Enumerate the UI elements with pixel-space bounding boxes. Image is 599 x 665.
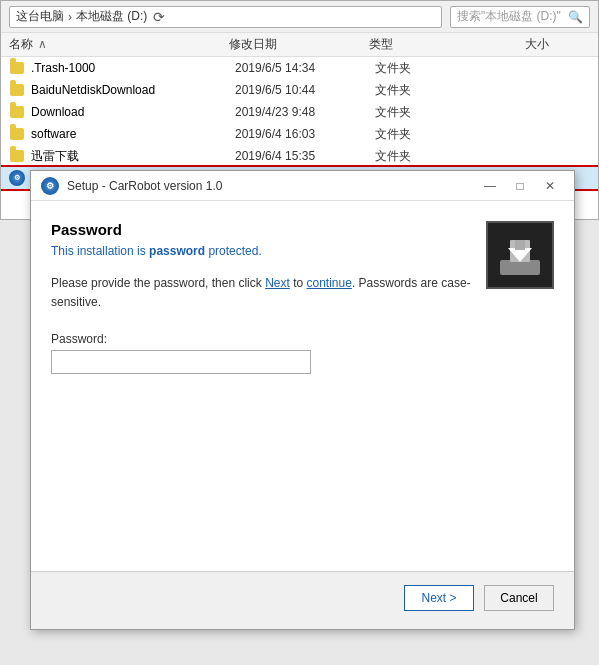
explorer-titlebar: 这台电脑 › 本地磁盘 (D:) ⟳ 搜索"本地磁盘 (D:)" 🔍: [1, 1, 598, 33]
file-name: software: [31, 127, 235, 141]
maximize-button[interactable]: □: [506, 175, 534, 197]
refresh-icon[interactable]: ⟳: [153, 9, 165, 25]
setup-body: Password This installation is password p…: [31, 201, 574, 571]
cancel-button[interactable]: Cancel: [484, 585, 554, 611]
col-name-header[interactable]: 名称 ∧: [9, 36, 229, 53]
setup-title-text: Setup - CarRobot version 1.0: [67, 179, 476, 193]
col-size-header[interactable]: 大小: [469, 36, 549, 53]
folder-icon: [9, 104, 25, 120]
search-placeholder: 搜索"本地磁盘 (D:)": [457, 8, 561, 25]
folder-icon: [9, 60, 25, 76]
setup-footer: Next > Cancel: [31, 571, 574, 623]
file-type: 文件夹: [375, 104, 475, 121]
table-row[interactable]: software 2019/6/4 16:03 文件夹: [1, 123, 598, 145]
svg-rect-0: [500, 260, 540, 275]
breadcrumb-drive: 本地磁盘 (D:): [76, 8, 147, 25]
password-label: Password:: [51, 332, 474, 346]
file-name: BaiduNetdiskDownload: [31, 83, 235, 97]
col-date-header[interactable]: 修改日期: [229, 36, 369, 53]
file-date: 2019/6/4 15:35: [235, 149, 375, 163]
setup-title-icon: ⚙: [41, 177, 59, 195]
table-row[interactable]: Download 2019/4/23 9:48 文件夹: [1, 101, 598, 123]
file-date: 2019/6/5 10:44: [235, 83, 375, 97]
file-type: 文件夹: [375, 126, 475, 143]
search-icon: 🔍: [568, 10, 583, 24]
folder-icon: [9, 82, 25, 98]
next-button[interactable]: Next >: [404, 585, 474, 611]
file-name: 迅雷下载: [31, 148, 235, 165]
subtitle-highlight: password: [149, 244, 205, 258]
window-controls: — □ ✕: [476, 175, 564, 197]
folder-icon: [9, 126, 25, 142]
file-date: 2019/6/4 16:03: [235, 127, 375, 141]
next-link: Next: [265, 276, 290, 290]
continue-link: continue: [307, 276, 352, 290]
password-input[interactable]: [51, 350, 311, 374]
search-box[interactable]: 搜索"本地磁盘 (D:)" 🔍: [450, 6, 590, 28]
setup-titlebar: ⚙ Setup - CarRobot version 1.0 — □ ✕: [31, 171, 574, 201]
table-row[interactable]: .Trash-1000 2019/6/5 14:34 文件夹: [1, 57, 598, 79]
column-headers: 名称 ∧ 修改日期 类型 大小: [1, 33, 598, 57]
section-subtitle: This installation is password protected.: [51, 244, 474, 258]
sort-indicator: ∧: [38, 37, 47, 51]
file-type: 文件夹: [375, 148, 475, 165]
setup-content: Password This installation is password p…: [51, 221, 474, 551]
file-type: 文件夹: [375, 60, 475, 77]
folder-icon: [9, 148, 25, 164]
col-type-header[interactable]: 类型: [369, 36, 469, 53]
file-name: .Trash-1000: [31, 61, 235, 75]
table-row[interactable]: 迅雷下载 2019/6/4 15:35 文件夹: [1, 145, 598, 167]
setup-sidebar-image: [486, 221, 554, 289]
breadcrumb-separator1: ›: [68, 10, 72, 24]
install-icon: [495, 230, 545, 280]
setup-dialog: ⚙ Setup - CarRobot version 1.0 — □ ✕ Pas…: [30, 170, 575, 630]
close-button[interactable]: ✕: [536, 175, 564, 197]
breadcrumb-computer: 这台电脑: [16, 8, 64, 25]
breadcrumb[interactable]: 这台电脑 › 本地磁盘 (D:) ⟳: [9, 6, 442, 28]
file-date: 2019/4/23 9:48: [235, 105, 375, 119]
svg-rect-3: [515, 240, 525, 250]
section-description: Please provide the password, then click …: [51, 274, 474, 312]
exe-icon: ⚙: [9, 170, 25, 186]
file-type: 文件夹: [375, 82, 475, 99]
section-title: Password: [51, 221, 474, 238]
setup-sidebar: [474, 221, 554, 551]
minimize-button[interactable]: —: [476, 175, 504, 197]
table-row[interactable]: BaiduNetdiskDownload 2019/6/5 10:44 文件夹: [1, 79, 598, 101]
file-date: 2019/6/5 14:34: [235, 61, 375, 75]
file-name: Download: [31, 105, 235, 119]
